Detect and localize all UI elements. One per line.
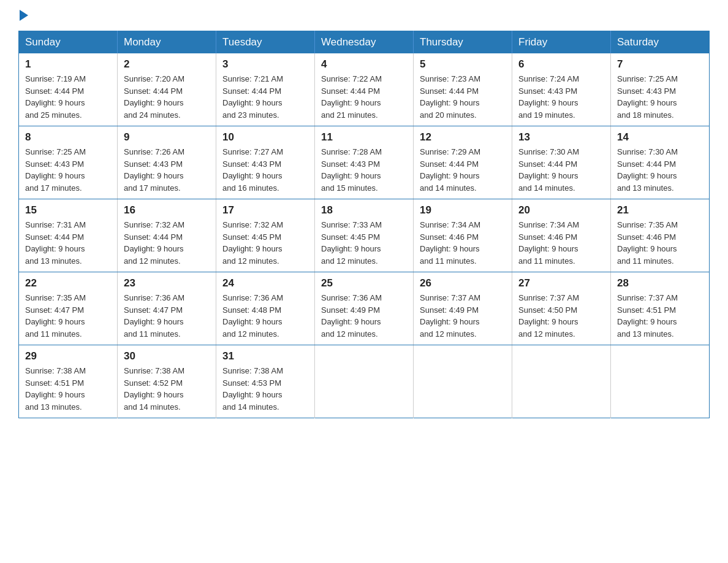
day-info: Sunrise: 7:22 AM Sunset: 4:44 PM Dayligh… <box>321 73 407 121</box>
day-number: 9 <box>124 131 210 144</box>
day-info: Sunrise: 7:36 AM Sunset: 4:48 PM Dayligh… <box>222 292 308 340</box>
day-number: 15 <box>25 204 111 216</box>
day-info: Sunrise: 7:26 AM Sunset: 4:43 PM Dayligh… <box>124 146 210 194</box>
day-number: 30 <box>124 350 210 362</box>
calendar-cell: 24 Sunrise: 7:36 AM Sunset: 4:48 PM Dayl… <box>216 272 315 345</box>
day-number: 10 <box>222 131 308 144</box>
day-number: 18 <box>321 204 407 216</box>
day-info: Sunrise: 7:36 AM Sunset: 4:47 PM Dayligh… <box>124 292 210 340</box>
day-info: Sunrise: 7:30 AM Sunset: 4:44 PM Dayligh… <box>617 146 703 194</box>
calendar-cell: 26 Sunrise: 7:37 AM Sunset: 4:49 PM Dayl… <box>414 272 512 345</box>
day-number: 4 <box>321 58 407 71</box>
day-info: Sunrise: 7:23 AM Sunset: 4:44 PM Dayligh… <box>420 73 506 121</box>
calendar-cell: 17 Sunrise: 7:32 AM Sunset: 4:45 PM Dayl… <box>216 199 315 272</box>
calendar-cell <box>611 345 710 418</box>
weekday-header-thursday: Thursday <box>414 31 512 54</box>
day-number: 21 <box>617 204 703 216</box>
calendar-week-row: 29 Sunrise: 7:38 AM Sunset: 4:51 PM Dayl… <box>19 345 710 418</box>
day-number: 13 <box>518 131 604 144</box>
calendar-cell: 4 Sunrise: 7:22 AM Sunset: 4:44 PM Dayli… <box>315 53 414 126</box>
calendar-cell: 27 Sunrise: 7:37 AM Sunset: 4:50 PM Dayl… <box>512 272 611 345</box>
day-info: Sunrise: 7:19 AM Sunset: 4:44 PM Dayligh… <box>25 73 111 121</box>
calendar-cell: 20 Sunrise: 7:34 AM Sunset: 4:46 PM Dayl… <box>512 199 611 272</box>
day-number: 23 <box>124 277 210 289</box>
day-number: 2 <box>124 58 210 71</box>
day-number: 22 <box>25 277 111 289</box>
calendar-cell: 2 Sunrise: 7:20 AM Sunset: 4:44 PM Dayli… <box>118 53 216 126</box>
day-number: 28 <box>617 277 703 289</box>
calendar-cell: 1 Sunrise: 7:19 AM Sunset: 4:44 PM Dayli… <box>19 53 118 126</box>
day-number: 29 <box>25 350 111 362</box>
calendar-cell: 5 Sunrise: 7:23 AM Sunset: 4:44 PM Dayli… <box>414 53 512 126</box>
day-number: 6 <box>518 58 604 71</box>
day-info: Sunrise: 7:25 AM Sunset: 4:43 PM Dayligh… <box>617 73 703 121</box>
day-info: Sunrise: 7:36 AM Sunset: 4:49 PM Dayligh… <box>321 292 407 340</box>
calendar-cell: 8 Sunrise: 7:25 AM Sunset: 4:43 PM Dayli… <box>19 126 118 199</box>
day-info: Sunrise: 7:38 AM Sunset: 4:53 PM Dayligh… <box>222 365 308 413</box>
calendar-cell <box>512 345 611 418</box>
day-info: Sunrise: 7:24 AM Sunset: 4:43 PM Dayligh… <box>518 73 604 121</box>
calendar-week-row: 8 Sunrise: 7:25 AM Sunset: 4:43 PM Dayli… <box>19 126 710 199</box>
weekday-header-row: SundayMondayTuesdayWednesdayThursdayFrid… <box>19 31 710 54</box>
day-number: 5 <box>420 58 506 71</box>
calendar-cell: 30 Sunrise: 7:38 AM Sunset: 4:52 PM Dayl… <box>118 345 216 418</box>
calendar-cell: 12 Sunrise: 7:29 AM Sunset: 4:44 PM Dayl… <box>414 126 512 199</box>
weekday-header-wednesday: Wednesday <box>315 31 414 54</box>
day-number: 1 <box>25 58 111 71</box>
calendar-cell: 16 Sunrise: 7:32 AM Sunset: 4:44 PM Dayl… <box>118 199 216 272</box>
day-info: Sunrise: 7:34 AM Sunset: 4:46 PM Dayligh… <box>518 219 604 267</box>
day-number: 11 <box>321 131 407 144</box>
calendar-cell: 14 Sunrise: 7:30 AM Sunset: 4:44 PM Dayl… <box>611 126 710 199</box>
calendar-week-row: 1 Sunrise: 7:19 AM Sunset: 4:44 PM Dayli… <box>19 53 710 126</box>
logo-arrow-icon <box>20 10 28 21</box>
weekday-header-tuesday: Tuesday <box>216 31 315 54</box>
calendar-cell: 9 Sunrise: 7:26 AM Sunset: 4:43 PM Dayli… <box>118 126 216 199</box>
day-number: 14 <box>617 131 703 144</box>
day-info: Sunrise: 7:37 AM Sunset: 4:50 PM Dayligh… <box>518 292 604 340</box>
day-number: 31 <box>222 350 308 362</box>
day-number: 27 <box>518 277 604 289</box>
weekday-header-sunday: Sunday <box>19 31 118 54</box>
page-header <box>18 12 710 21</box>
day-info: Sunrise: 7:31 AM Sunset: 4:44 PM Dayligh… <box>25 219 111 267</box>
day-number: 7 <box>617 58 703 71</box>
day-info: Sunrise: 7:38 AM Sunset: 4:51 PM Dayligh… <box>25 365 111 413</box>
calendar-cell: 13 Sunrise: 7:30 AM Sunset: 4:44 PM Dayl… <box>512 126 611 199</box>
day-info: Sunrise: 7:33 AM Sunset: 4:45 PM Dayligh… <box>321 219 407 267</box>
day-number: 16 <box>124 204 210 216</box>
day-info: Sunrise: 7:25 AM Sunset: 4:43 PM Dayligh… <box>25 146 111 194</box>
day-info: Sunrise: 7:35 AM Sunset: 4:47 PM Dayligh… <box>25 292 111 340</box>
day-info: Sunrise: 7:29 AM Sunset: 4:44 PM Dayligh… <box>420 146 506 194</box>
calendar-cell: 31 Sunrise: 7:38 AM Sunset: 4:53 PM Dayl… <box>216 345 315 418</box>
day-info: Sunrise: 7:21 AM Sunset: 4:44 PM Dayligh… <box>222 73 308 121</box>
day-info: Sunrise: 7:20 AM Sunset: 4:44 PM Dayligh… <box>124 73 210 121</box>
calendar-cell <box>414 345 512 418</box>
day-info: Sunrise: 7:37 AM Sunset: 4:51 PM Dayligh… <box>617 292 703 340</box>
day-info: Sunrise: 7:35 AM Sunset: 4:46 PM Dayligh… <box>617 219 703 267</box>
calendar-cell: 19 Sunrise: 7:34 AM Sunset: 4:46 PM Dayl… <box>414 199 512 272</box>
weekday-header-monday: Monday <box>118 31 216 54</box>
day-number: 12 <box>420 131 506 144</box>
calendar-cell: 3 Sunrise: 7:21 AM Sunset: 4:44 PM Dayli… <box>216 53 315 126</box>
day-info: Sunrise: 7:30 AM Sunset: 4:44 PM Dayligh… <box>518 146 604 194</box>
calendar-cell: 18 Sunrise: 7:33 AM Sunset: 4:45 PM Dayl… <box>315 199 414 272</box>
calendar-cell: 23 Sunrise: 7:36 AM Sunset: 4:47 PM Dayl… <box>118 272 216 345</box>
day-info: Sunrise: 7:27 AM Sunset: 4:43 PM Dayligh… <box>222 146 308 194</box>
weekday-header-saturday: Saturday <box>611 31 710 54</box>
weekday-header-friday: Friday <box>512 31 611 54</box>
calendar-week-row: 22 Sunrise: 7:35 AM Sunset: 4:47 PM Dayl… <box>19 272 710 345</box>
calendar-cell: 28 Sunrise: 7:37 AM Sunset: 4:51 PM Dayl… <box>611 272 710 345</box>
day-number: 25 <box>321 277 407 289</box>
day-number: 20 <box>518 204 604 216</box>
calendar-cell: 21 Sunrise: 7:35 AM Sunset: 4:46 PM Dayl… <box>611 199 710 272</box>
day-info: Sunrise: 7:34 AM Sunset: 4:46 PM Dayligh… <box>420 219 506 267</box>
calendar-cell: 7 Sunrise: 7:25 AM Sunset: 4:43 PM Dayli… <box>611 53 710 126</box>
calendar-cell: 22 Sunrise: 7:35 AM Sunset: 4:47 PM Dayl… <box>19 272 118 345</box>
logo <box>18 12 28 21</box>
calendar-week-row: 15 Sunrise: 7:31 AM Sunset: 4:44 PM Dayl… <box>19 199 710 272</box>
calendar-cell: 25 Sunrise: 7:36 AM Sunset: 4:49 PM Dayl… <box>315 272 414 345</box>
calendar-cell: 29 Sunrise: 7:38 AM Sunset: 4:51 PM Dayl… <box>19 345 118 418</box>
day-number: 24 <box>222 277 308 289</box>
day-number: 8 <box>25 131 111 144</box>
calendar-table: SundayMondayTuesdayWednesdayThursdayFrid… <box>18 31 710 418</box>
